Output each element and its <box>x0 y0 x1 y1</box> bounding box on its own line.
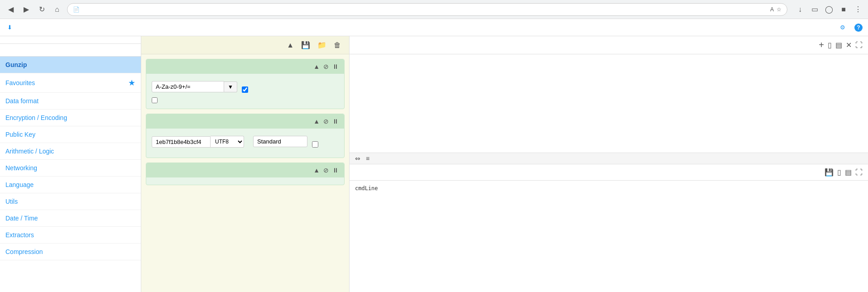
gunzip-disable-button[interactable]: ⊘ <box>323 167 329 174</box>
output-save-button[interactable]: 💾 <box>825 168 834 177</box>
input-split-h-button[interactable]: ▯ <box>828 41 832 49</box>
reload-button[interactable]: ↻ <box>35 3 48 16</box>
recipe-actions: ▲ 💾 📁 🗑 <box>285 40 343 50</box>
sidebar-item-arithmetic-logic[interactable]: Arithmetic / Logic <box>0 143 141 160</box>
xor-header: ▲ ⊘ ⏸ <box>146 114 344 129</box>
sidebar-item-public-key[interactable]: Public Key <box>0 126 141 143</box>
profile-icon[interactable]: ◯ <box>824 4 834 15</box>
xor-pause-button[interactable]: ⏸ <box>332 118 339 125</box>
output-header: 💾 ▯ ▤ ⛶ <box>350 164 868 181</box>
input-status: ⇔ ≡ <box>350 153 868 164</box>
output-split-button[interactable]: ▤ <box>845 168 852 177</box>
home-button[interactable]: ⌂ <box>51 3 63 16</box>
sidebar-item-language[interactable]: Language <box>0 177 141 193</box>
xor-up-button[interactable]: ▲ <box>313 118 320 125</box>
gunzip-pause-button[interactable]: ⏸ <box>332 167 339 174</box>
help-icon: ? <box>854 24 863 32</box>
output-copy-button[interactable]: ▯ <box>837 168 841 177</box>
from-base64-header: ▲ ⊘ ⏸ <box>146 59 344 74</box>
forward-button[interactable]: ▶ <box>20 3 33 16</box>
recipe-header: ▲ 💾 📁 🗑 <box>141 36 349 54</box>
about-button[interactable]: ? <box>853 24 863 32</box>
input-clear-button[interactable]: ✕ <box>846 41 852 49</box>
input-expand-button[interactable]: ⛶ <box>855 41 863 49</box>
from-base64-card: ▲ ⊘ ⏸ ▼ <box>146 59 345 109</box>
sidebar-item-label: Compression <box>5 248 43 255</box>
main-layout: Gunzip Favourites ★ Data format Encrypti… <box>0 36 868 292</box>
status-lines: ≡ <box>366 155 369 162</box>
sidebar-item-label: Gunzip <box>5 61 27 68</box>
clear-recipe-button[interactable]: 🗑 <box>332 40 343 50</box>
output-cmd: cmdLine <box>355 185 378 191</box>
save-recipe-button[interactable]: 💾 <box>299 40 312 50</box>
input-area[interactable] <box>350 54 868 153</box>
xor-actions: ▲ ⊘ ⏸ <box>313 118 339 125</box>
translate-icon: A <box>770 6 774 13</box>
output-section: 💾 ▯ ▤ ⛶ cmdLine <box>350 164 868 292</box>
sidebar: Gunzip Favourites ★ Data format Encrypti… <box>0 36 141 292</box>
sidebar-item-encryption-encoding[interactable]: Encryption / Encoding <box>0 110 141 126</box>
gear-icon: ⚙ <box>840 24 845 31</box>
url-lock-icon: 📄 <box>73 6 80 13</box>
bookmark-icon: ☆ <box>777 6 782 13</box>
from-base64-disable-button[interactable]: ⊘ <box>323 63 329 70</box>
sidebar-item-networking[interactable]: Networking <box>0 160 141 177</box>
collapse-recipe-button[interactable]: ▲ <box>285 40 296 50</box>
remove-nonalpha-checkbox[interactable] <box>242 86 248 93</box>
download-icon[interactable]: ↓ <box>795 4 806 15</box>
input-actions: + ▯ ▤ ✕ ⛶ <box>819 40 863 50</box>
from-base64-up-button[interactable]: ▲ <box>313 63 320 70</box>
sidebar-item-gunzip[interactable]: Gunzip <box>0 57 141 73</box>
input-panel-header: + ▯ ▤ ✕ ⛶ <box>350 36 868 54</box>
alphabet-input[interactable] <box>152 81 224 92</box>
sidebar-item-label: Public Key <box>5 131 35 138</box>
chars-icon: ⇔ <box>355 155 360 162</box>
sidebar-item-favourites[interactable]: Favourites ★ <box>0 73 141 93</box>
download-icon: ⬇ <box>7 24 12 31</box>
favourites-label: Favourites <box>5 79 35 86</box>
from-base64-body: ▼ <box>146 74 344 109</box>
sidebar-item-label: Extractors <box>5 231 34 239</box>
xor-fields-group: UTF8 Hex Base64 Latin1 <box>152 134 339 148</box>
input-output-container: + ▯ ▤ ✕ ⛶ ⇔ ≡ <box>350 36 868 292</box>
sidebar-item-compression[interactable]: Compression <box>0 244 141 260</box>
browser-icons: ↓ ▭ ◯ ■ ⋮ <box>795 4 863 15</box>
options-button[interactable]: ⚙ <box>838 24 845 31</box>
alphabet-dropdown-button[interactable]: ▼ <box>224 81 237 92</box>
null-preserving-checkbox[interactable] <box>312 141 318 148</box>
from-base64-actions: ▲ ⊘ ⏸ <box>313 63 339 70</box>
input-plus-button[interactable]: + <box>819 40 824 50</box>
open-recipe-button[interactable]: 📁 <box>316 40 328 50</box>
sync-icon[interactable]: ■ <box>838 4 849 15</box>
address-bar[interactable]: 📄 A ☆ <box>67 3 787 16</box>
xor-disable-button[interactable]: ⊘ <box>323 118 329 125</box>
nav-buttons: ◀ ▶ ↻ ⌂ <box>5 3 63 16</box>
scheme-input[interactable] <box>253 136 307 147</box>
key-input[interactable] <box>152 136 211 148</box>
extensions-icon[interactable]: ▭ <box>809 4 820 15</box>
sidebar-item-data-format[interactable]: Data format <box>0 93 141 110</box>
more-icon[interactable]: ⋮ <box>853 4 863 15</box>
gunzip-up-button[interactable]: ▲ <box>313 167 320 174</box>
status-chars: ⇔ <box>355 155 360 162</box>
star-icon: ★ <box>128 78 135 88</box>
sidebar-item-label: Arithmetic / Logic <box>5 148 54 155</box>
encoding-select[interactable]: UTF8 Hex Base64 Latin1 <box>211 136 244 148</box>
back-button[interactable]: ◀ <box>5 3 17 16</box>
browser-chrome: ◀ ▶ ↻ ⌂ 📄 A ☆ ↓ ▭ ◯ ■ ⋮ <box>0 0 868 19</box>
sidebar-item-date-time[interactable]: Date / Time <box>0 210 141 227</box>
input-split-v-button[interactable]: ▤ <box>835 41 842 49</box>
search-input[interactable] <box>0 44 141 57</box>
strict-mode-checkbox[interactable] <box>152 97 158 103</box>
sidebar-item-label: Utils <box>5 198 18 205</box>
output-expand-button[interactable]: ⛶ <box>855 168 863 177</box>
sidebar-item-label: Language <box>5 181 34 188</box>
gunzip-actions: ▲ ⊘ ⏸ <box>313 167 339 174</box>
download-cyberchef-link[interactable]: ⬇ <box>5 24 12 31</box>
sidebar-item-extractors[interactable]: Extractors <box>0 227 141 244</box>
app-bar-right: ⚙ ? <box>838 24 863 32</box>
sidebar-header <box>0 36 141 44</box>
from-base64-pause-button[interactable]: ⏸ <box>332 63 339 70</box>
alphabet-group: ▼ <box>152 79 339 93</box>
sidebar-item-utils[interactable]: Utils <box>0 193 141 210</box>
